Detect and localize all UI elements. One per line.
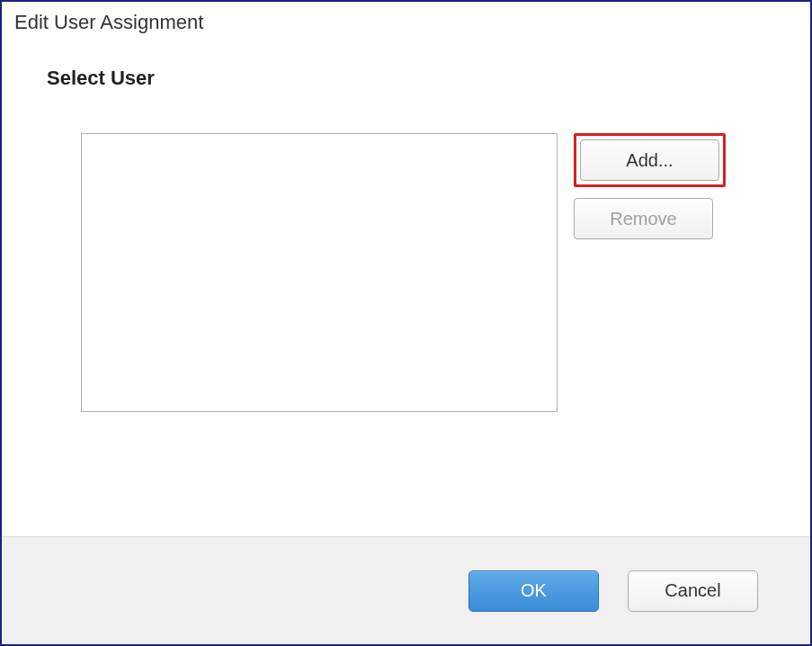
- remove-button[interactable]: Remove: [574, 198, 713, 239]
- dialog-footer: OK Cancel: [2, 536, 810, 644]
- dialog-title: Edit User Assignment: [2, 2, 810, 41]
- edit-user-assignment-dialog: Edit User Assignment Select User Add... …: [0, 0, 812, 646]
- ok-button[interactable]: OK: [468, 570, 599, 612]
- side-buttons: Add... Remove: [574, 133, 726, 412]
- content-area: Select User Add... Remove: [2, 41, 810, 536]
- user-listbox[interactable]: [81, 133, 558, 412]
- cancel-button[interactable]: Cancel: [628, 570, 758, 612]
- main-row: Add... Remove: [47, 133, 765, 412]
- add-button-highlight: Add...: [574, 133, 726, 187]
- select-user-heading: Select User: [47, 67, 765, 90]
- add-button[interactable]: Add...: [580, 139, 719, 181]
